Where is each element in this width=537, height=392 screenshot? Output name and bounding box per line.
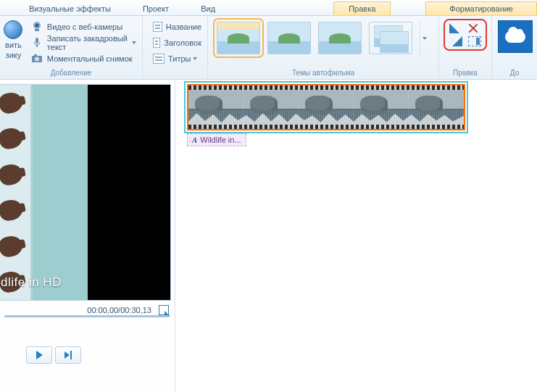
horse-silhouette-icon [0,162,25,187]
timeline-pane: A Wildlife in... [175,80,537,392]
svg-rect-4 [36,45,38,47]
autofilm-theme-2[interactable] [267,22,311,54]
snapshot-label: Моментальный снимок [47,54,133,63]
microphone-icon [31,37,43,49]
header-caption-label: Заголовок [164,38,201,47]
timecode-display: 00:00,00/00:30,13 [87,306,151,314]
ribbon-group-themes-label: Темы автофильма [211,67,436,79]
ribbon-group-share: До [492,16,537,79]
ribbon-group-edit-label: Правка [444,67,487,79]
ribbon-group-edit: Правка [439,16,492,79]
ribbon-group-add: вить зику Видео с веб-камеры Записать за… [0,16,143,79]
play-button[interactable] [26,346,52,364]
credits-icon [153,54,165,64]
snapshot-button[interactable]: Моментальный снимок [28,51,139,66]
tab-project[interactable]: Проект [127,2,185,15]
horse-silhouette-icon [0,91,25,115]
themes-more-button[interactable] [420,22,430,54]
horse-silhouette-icon [0,126,25,151]
menu-tabs: Визуальные эффекты Проект Вид Правка Фор… [0,0,537,16]
filmstrip-perforation-icon [188,125,464,129]
audio-waveform-icon [188,110,464,125]
ribbon: вить зику Видео с веб-камеры Записать за… [0,16,537,80]
chevron-down-icon [193,57,197,60]
add-music-button[interactable]: вить зику [3,17,24,67]
credits-caption-label: Титры [168,54,191,63]
title-caption-button[interactable]: Название [150,20,204,34]
tab-view[interactable]: Вид [185,2,231,15]
tab-formatting[interactable]: Форматирование [425,1,537,15]
svg-rect-2 [35,29,39,31]
add-music-label-bottom: зику [6,51,22,59]
title-icon [153,22,162,32]
svg-point-6 [35,57,39,62]
preview-frame: dlife in HD [0,85,88,300]
header-icon [153,38,160,48]
chevron-down-icon [132,41,136,44]
horse-silhouette-icon [0,234,25,259]
rotate-tools-highlight [444,19,487,51]
webcam-video-button[interactable]: Видео с веб-камеры [28,20,139,34]
preview-pane: dlife in HD 00:00,00/00:30,13 [0,80,175,392]
camera-icon [31,53,43,64]
workspace: dlife in HD 00:00,00/00:30,13 [0,80,537,392]
svg-point-1 [35,24,38,28]
ribbon-group-add-label: Добавление [3,67,139,79]
text-icon: A [192,135,197,144]
clip-title-text: Wildlife in... [200,135,241,144]
play-icon [36,351,43,359]
record-narration-label: Записать закадровый текст [47,34,129,51]
autofilm-theme-1[interactable] [217,22,260,54]
header-caption-button[interactable]: Заголовок [150,36,204,50]
share-onedrive-button[interactable] [498,20,533,53]
fullscreen-icon[interactable] [159,305,169,315]
select-all-icon[interactable] [468,36,481,46]
rotate-left-icon[interactable] [449,23,462,33]
tab-edit[interactable]: Правка [333,1,391,15]
webcam-icon [31,21,43,33]
transport-controls [0,346,175,364]
ribbon-group-captions: Название Заголовок Титры [143,16,208,79]
record-narration-button[interactable]: Записать закадровый текст [28,36,139,50]
svg-rect-7 [34,54,37,57]
webcam-video-label: Видео с веб-камеры [47,22,122,31]
delete-icon[interactable] [468,23,478,33]
seek-slider[interactable] [4,315,169,317]
preview-overlay-text: dlife in HD [0,275,62,290]
clip-title-tag[interactable]: A Wildlife in... [187,133,246,146]
ribbon-group-themes: Темы автофильма [208,16,439,79]
timeline-clip[interactable] [187,84,465,130]
globe-icon [4,20,22,39]
title-caption-label: Название [166,22,201,31]
chevron-down-icon [422,37,427,40]
autofilm-theme-4[interactable] [369,22,412,54]
add-music-label-top: вить [5,41,22,49]
ribbon-group-share-label: До [498,67,531,79]
video-preview[interactable]: dlife in HD [0,84,171,301]
svg-rect-3 [36,38,38,43]
cloud-icon [505,31,525,43]
credits-caption-button[interactable]: Титры [150,51,204,66]
tab-visual-effects[interactable]: Визуальные эффекты [13,2,127,15]
step-forward-icon [64,351,72,359]
autofilm-theme-3[interactable] [318,22,362,54]
rotate-right-icon[interactable] [449,36,462,46]
horse-silhouette-icon [0,198,25,222]
next-frame-button[interactable] [55,346,81,364]
